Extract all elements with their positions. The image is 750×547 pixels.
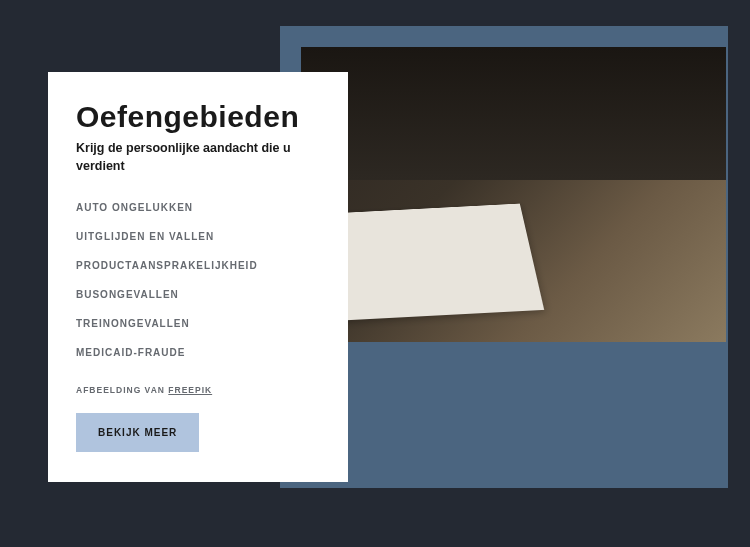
image-attribution: AFBEELDING VAN FREEPIK	[76, 385, 320, 395]
list-item[interactable]: BUSONGEVALLEN	[76, 280, 320, 309]
hero-image	[301, 47, 726, 342]
practice-areas-list: AUTO ONGELUKKEN UITGLIJDEN EN VALLEN PRO…	[76, 193, 320, 367]
card-title: Oefengebieden	[76, 100, 320, 134]
list-item[interactable]: AUTO ONGELUKKEN	[76, 193, 320, 222]
attribution-prefix: AFBEELDING VAN	[76, 385, 168, 395]
view-more-button[interactable]: BEKIJK MEER	[76, 413, 199, 452]
list-item[interactable]: UITGLIJDEN EN VALLEN	[76, 222, 320, 251]
attribution-link[interactable]: FREEPIK	[168, 385, 212, 395]
list-item[interactable]: TREINONGEVALLEN	[76, 309, 320, 338]
list-item[interactable]: MEDICAID-FRAUDE	[76, 338, 320, 367]
list-item[interactable]: PRODUCTAANSPRAKELIJKHEID	[76, 251, 320, 280]
practice-areas-card: Oefengebieden Krijg de persoonlijke aand…	[48, 72, 348, 482]
card-subtitle: Krijg de persoonlijke aandacht die u ver…	[76, 140, 320, 175]
